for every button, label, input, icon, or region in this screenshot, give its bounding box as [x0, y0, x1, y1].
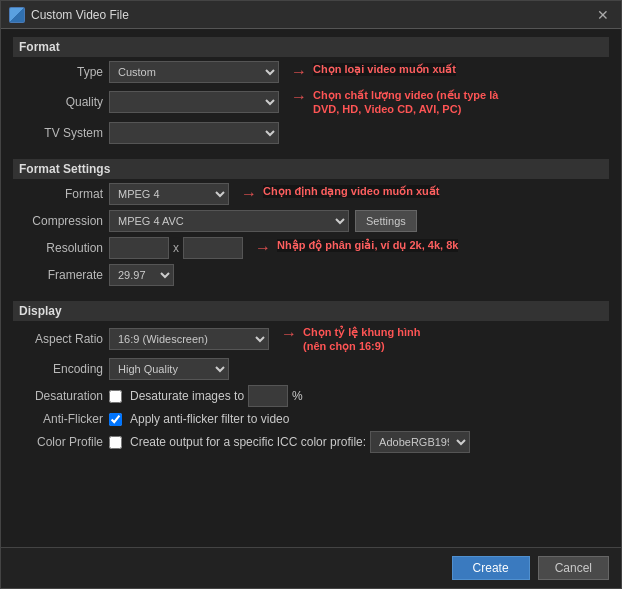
annotation-text-1: Chọn loại video muốn xuất: [313, 63, 456, 76]
resolution-label: Resolution: [13, 241, 103, 255]
tv-select[interactable]: [109, 122, 279, 144]
desaturation-checkbox[interactable]: [109, 390, 122, 403]
type-select[interactable]: Custom DVD HD Video CD AVI PC: [109, 61, 279, 83]
create-button[interactable]: Create: [452, 556, 530, 580]
arrow-icon-1: →: [291, 63, 307, 81]
antiflicker-row: Anti-Flicker Apply anti-flicker filter t…: [13, 412, 609, 426]
main-content: Format Type Custom DVD HD Video CD AVI P…: [1, 29, 621, 547]
desaturation-text: Desaturate images to: [130, 389, 244, 403]
arrow-icon-3: →: [241, 185, 257, 203]
colorprofile-select[interactable]: AdobeRGB1998 sRGB: [370, 431, 470, 453]
quality-row: Quality → Chọn chất lượng video (nếu typ…: [13, 88, 609, 117]
aspect-row: Aspect Ratio 16:9 (Widescreen) 4:3 1:1 →…: [13, 325, 609, 354]
tv-row: TV System: [13, 122, 609, 144]
arrow-icon-4: →: [255, 239, 271, 257]
compression-select[interactable]: MPEG 4 AVC MPEG 4 H.264: [109, 210, 349, 232]
quality-annotation: → Chọn chất lượng video (nếu type là DVD…: [291, 88, 513, 117]
annotation-text-2: Chọn chất lượng video (nếu type là DVD, …: [313, 88, 513, 117]
framerate-row: Framerate 29.97 23.976 24 25 30 60: [13, 264, 609, 286]
format-section: Format Type Custom DVD HD Video CD AVI P…: [13, 37, 609, 149]
arrow-icon-5: →: [281, 325, 297, 343]
format-label: Format: [13, 187, 103, 201]
titlebar-icon: [9, 7, 25, 23]
type-annotation: → Chọn loại video muốn xuất: [291, 63, 456, 81]
titlebar-title: Custom Video File: [31, 8, 593, 22]
colorprofile-checkbox[interactable]: [109, 436, 122, 449]
quality-select[interactable]: [109, 91, 279, 113]
annotation-text-3: Chọn định dạng video muốn xuất: [263, 185, 439, 198]
arrow-icon-2: →: [291, 88, 307, 106]
titlebar: Custom Video File ✕: [1, 1, 621, 29]
format-header: Format: [13, 37, 609, 57]
resolution-width-input[interactable]: 4096: [109, 237, 169, 259]
colorprofile-text: Create output for a specific ICC color p…: [130, 435, 366, 449]
colorprofile-label: Color Profile: [13, 435, 103, 449]
type-label: Type: [13, 65, 103, 79]
format-settings-header: Format Settings: [13, 159, 609, 179]
compression-row: Compression MPEG 4 AVC MPEG 4 H.264 Sett…: [13, 210, 609, 232]
encoding-label: Encoding: [13, 362, 103, 376]
settings-button[interactable]: Settings: [355, 210, 417, 232]
framerate-label: Framerate: [13, 268, 103, 282]
display-section: Display Aspect Ratio 16:9 (Widescreen) 4…: [13, 301, 609, 459]
display-header: Display: [13, 301, 609, 321]
type-row: Type Custom DVD HD Video CD AVI PC → Chọ…: [13, 61, 609, 83]
antiflicker-label: Anti-Flicker: [13, 412, 103, 426]
x-separator: x: [173, 241, 179, 255]
desaturation-label: Desaturation: [13, 389, 103, 403]
tv-label: TV System: [13, 126, 103, 140]
compression-label: Compression: [13, 214, 103, 228]
format-annotation: → Chọn định dạng video muốn xuất: [241, 185, 439, 203]
aspect-select[interactable]: 16:9 (Widescreen) 4:3 1:1: [109, 328, 269, 350]
format-row: Format MPEG 4 AVI MOV → Chọn định dạng v…: [13, 183, 609, 205]
resolution-group: 4096 x 2160: [109, 237, 243, 259]
footer: Create Cancel: [1, 547, 621, 588]
antiflicker-checkbox[interactable]: [109, 413, 122, 426]
aspect-label: Aspect Ratio: [13, 332, 103, 346]
resolution-height-input[interactable]: 2160: [183, 237, 243, 259]
close-button[interactable]: ✕: [593, 5, 613, 25]
encoding-select[interactable]: High Quality Standard Draft: [109, 358, 229, 380]
colorprofile-row: Color Profile Create output for a specif…: [13, 431, 609, 453]
quality-label: Quality: [13, 95, 103, 109]
aspect-annotation: → Chọn tỷ lệ khung hình (nên chọn 16:9): [281, 325, 421, 354]
encoding-row: Encoding High Quality Standard Draft: [13, 358, 609, 380]
framerate-select[interactable]: 29.97 23.976 24 25 30 60: [109, 264, 174, 286]
desaturation-value-input[interactable]: 80: [248, 385, 288, 407]
format-select[interactable]: MPEG 4 AVI MOV: [109, 183, 229, 205]
antiflicker-group: Apply anti-flicker filter to video: [109, 412, 289, 426]
desaturation-group: Desaturate images to 80 %: [109, 385, 303, 407]
cancel-button[interactable]: Cancel: [538, 556, 609, 580]
resolution-annotation: → Nhập độ phân giải, ví dụ 2k, 4k, 8k: [255, 239, 458, 257]
desaturation-row: Desaturation Desaturate images to 80 %: [13, 385, 609, 407]
dialog-window: Custom Video File ✕ Format Type Custom D…: [0, 0, 622, 589]
format-settings-section: Format Settings Format MPEG 4 AVI MOV → …: [13, 159, 609, 291]
annotation-text-4: Nhập độ phân giải, ví dụ 2k, 4k, 8k: [277, 239, 458, 252]
antiflicker-text: Apply anti-flicker filter to video: [130, 412, 289, 426]
desaturation-unit: %: [292, 389, 303, 403]
resolution-row: Resolution 4096 x 2160 → Nhập độ phân gi…: [13, 237, 609, 259]
annotation-text-5: Chọn tỷ lệ khung hình (nên chọn 16:9): [303, 325, 421, 354]
colorprofile-group: Create output for a specific ICC color p…: [109, 431, 470, 453]
